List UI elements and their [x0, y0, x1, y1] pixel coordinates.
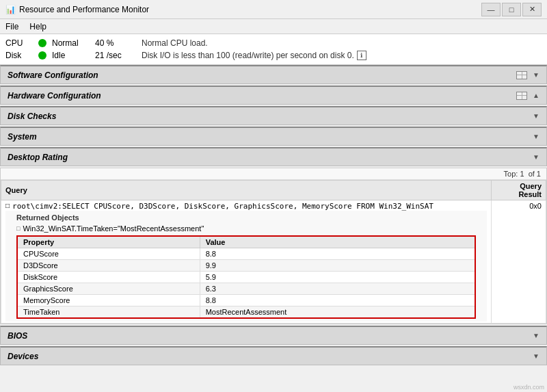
value-cell: 8.8: [200, 295, 475, 306]
table-row: GraphicsScore6.3: [17, 283, 475, 295]
hardware-config-right: ▲: [516, 92, 539, 100]
devices-right: ▼: [533, 352, 539, 360]
table-row: D3DScore9.9: [17, 260, 475, 272]
window-title: Resource and Performance Monitor: [19, 5, 149, 14]
bios-right: ▼: [533, 332, 539, 339]
table-row: DiskScore5.9: [17, 272, 475, 283]
returned-objects-container: Returned Objects □ Win32_WinSAT.TimeTake…: [5, 211, 487, 322]
disk-label: Disk: [5, 51, 33, 60]
query-data-row: □ root\cimv2:SELECT CPUScore, D3DScore, …: [1, 200, 546, 324]
minimize-button[interactable]: —: [481, 3, 501, 16]
system-title: System: [8, 132, 37, 142]
disk-status-dot: [38, 51, 46, 60]
property-cell: D3DScore: [17, 260, 200, 272]
rating-top-info-bar: Top: 1 of 1: [1, 168, 546, 180]
devices-section[interactable]: Devices ▼: [0, 346, 547, 365]
hardware-config-chevron: ▲: [533, 92, 539, 99]
hardware-config-section[interactable]: Hardware Configuration ▲: [0, 86, 547, 105]
property-col-header: Property: [17, 236, 200, 248]
desktop-rating-expanded: Top: 1 of 1 Query Query Result □ root\ci…: [0, 168, 547, 324]
software-config-title: Software Configuration: [8, 70, 98, 80]
value-cell: 6.3: [200, 283, 475, 295]
property-cell: DiskScore: [17, 272, 200, 283]
value-cell: 9.9: [200, 260, 475, 272]
bios-chevron: ▼: [533, 332, 539, 339]
disk-checks-chevron: ▼: [533, 112, 539, 120]
query-table: Query Query Result □ root\cimv2:SELECT C…: [1, 180, 546, 324]
bios-section[interactable]: BIOS ▼: [0, 326, 547, 345]
desktop-rating-collapsed-title: Desktop Rating: [8, 153, 68, 162]
main-area: Software Configuration ▼ Hardware Config…: [0, 65, 547, 389]
property-cell: TimeTaken: [17, 306, 200, 319]
title-bar-left: 📊 Resource and Performance Monitor: [5, 5, 149, 14]
watermark: wsxdn.com: [513, 384, 544, 391]
property-cell: MemoryScore: [17, 295, 200, 306]
value-cell: MostRecentAssessment: [200, 306, 475, 319]
hardware-config-grid-icon: [516, 92, 527, 100]
system-section[interactable]: System ▼: [0, 127, 547, 146]
property-cell: GraphicsScore: [17, 283, 200, 295]
cpu-status-desc: Normal CPU load.: [142, 38, 208, 48]
system-chevron: ▼: [533, 133, 539, 140]
disk-status-row: Disk Idle 21 /sec Disk I/O is less than …: [5, 49, 542, 62]
software-config-right: ▼: [516, 71, 539, 79]
returned-objects-label: Returned Objects: [16, 212, 476, 223]
restore-button[interactable]: □: [502, 3, 521, 16]
menu-file[interactable]: File: [3, 21, 21, 32]
menu-bar: File Help: [0, 19, 547, 34]
cpu-status-dot: [38, 39, 46, 47]
win32-label-text: Win32_WinSAT.TimeTaken="MostRecentAssess…: [23, 224, 204, 233]
close-button[interactable]: ✕: [522, 3, 542, 16]
value-col-header: Value: [200, 236, 475, 248]
title-bar: 📊 Resource and Performance Monitor — □ ✕: [0, 0, 547, 19]
hardware-config-title: Hardware Configuration: [8, 91, 101, 101]
app-icon: 📊: [5, 5, 15, 14]
query-expand-icon[interactable]: □: [5, 202, 10, 209]
desktop-rating-collapsed-section[interactable]: Desktop Rating ▼: [0, 147, 547, 166]
table-row: CPUScore8.8: [17, 248, 475, 260]
cpu-status-row: CPU Normal 40 % Normal CPU load.: [5, 37, 542, 49]
disk-checks-section[interactable]: Disk Checks ▼: [0, 106, 547, 125]
win32-expand-icon[interactable]: □: [16, 225, 20, 232]
cpu-status-value: 40 %: [95, 38, 136, 48]
software-config-grid-icon: [516, 71, 527, 79]
system-right: ▼: [533, 133, 539, 140]
title-bar-controls: — □ ✕: [481, 3, 542, 16]
software-config-chevron: ▼: [533, 71, 539, 79]
info-icon: ℹ: [357, 51, 366, 60]
query-result-col-header: Query Result: [492, 181, 546, 200]
devices-title: Devices: [8, 352, 38, 361]
disk-checks-title: Disk Checks: [8, 112, 56, 121]
value-cell: 5.9: [200, 272, 475, 283]
property-value-table: Property Value CPUScore8.8D3DScore9.9Dis…: [16, 235, 476, 319]
property-cell: CPUScore: [17, 248, 200, 260]
desktop-rating-right: ▼: [533, 153, 539, 161]
query-result-value: 0x0: [492, 200, 546, 324]
disk-status-desc: Disk I/O is less than 100 (read/write) p…: [142, 51, 366, 60]
rating-top-label: Top: 1 of 1: [504, 170, 541, 178]
table-row: TimeTakenMostRecentAssessment: [17, 306, 475, 319]
cpu-status-state: Normal: [52, 38, 90, 48]
software-config-section[interactable]: Software Configuration ▼: [0, 65, 547, 84]
value-cell: 8.8: [200, 248, 475, 260]
status-area: CPU Normal 40 % Normal CPU load. Disk Id…: [0, 34, 547, 65]
disk-status-value: 21 /sec: [95, 51, 136, 60]
devices-chevron: ▼: [533, 352, 539, 360]
win32-label-row: □ Win32_WinSAT.TimeTaken="MostRecentAsse…: [16, 223, 476, 234]
table-row: MemoryScore8.8: [17, 295, 475, 306]
query-text: root\cimv2:SELECT CPUScore, D3DScore, Di…: [12, 202, 433, 211]
disk-status-state: Idle: [52, 51, 90, 60]
menu-help[interactable]: Help: [27, 21, 49, 32]
cpu-label: CPU: [5, 38, 33, 48]
query-col-header: Query: [1, 181, 492, 200]
bios-title: BIOS: [8, 331, 27, 341]
disk-checks-right: ▼: [533, 112, 539, 120]
desktop-rating-chevron: ▼: [533, 153, 539, 161]
